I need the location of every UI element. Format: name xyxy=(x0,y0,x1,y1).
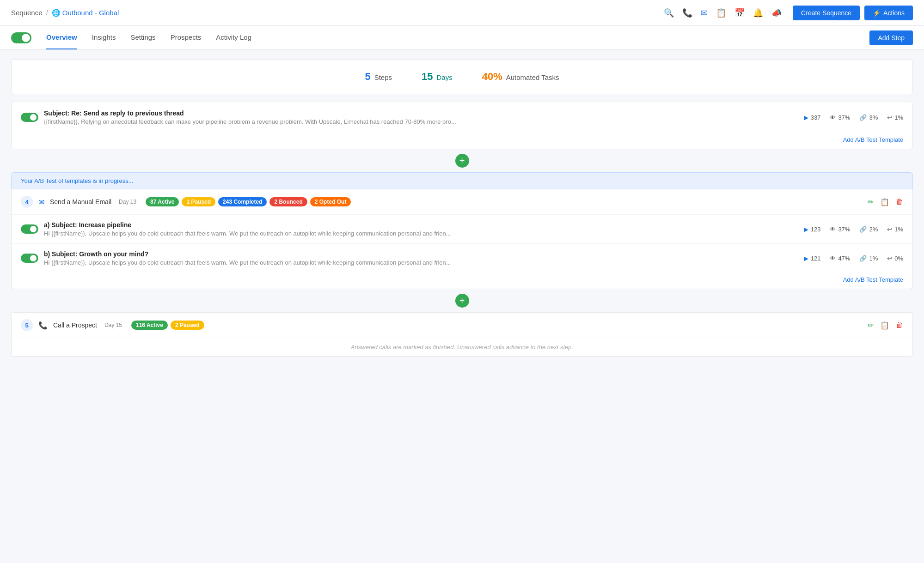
open-icon: 👁 xyxy=(830,114,836,121)
step-4-delete-icon[interactable]: 🗑 xyxy=(896,198,903,206)
step-4b-subject: b) Subject: Growth on your mind? xyxy=(44,250,798,258)
step-4-name: Send a Manual Email xyxy=(50,198,111,206)
sent-icon: ▶ xyxy=(804,114,808,121)
step-1-click: 🔗 3% xyxy=(859,114,878,121)
plus-button-1[interactable]: + xyxy=(455,154,469,168)
tab-overview[interactable]: Overview xyxy=(46,26,77,49)
plus-button-2[interactable]: + xyxy=(455,294,469,308)
globe-icon: 🌐 xyxy=(52,9,61,17)
email-icon[interactable]: ✉ xyxy=(701,8,708,18)
step-5-name: Call a Prospect xyxy=(53,321,97,329)
nav-bar: Overview Insights Settings Prospects Act… xyxy=(0,26,924,50)
click-value: 3% xyxy=(869,114,878,121)
breadcrumb-link[interactable]: 🌐 Outbound - Global xyxy=(52,9,119,17)
tab-activity-log[interactable]: Activity Log xyxy=(216,26,251,49)
step-1-toggle[interactable] xyxy=(21,113,38,122)
tasks-summary: 40% Automated Tasks xyxy=(482,71,559,83)
4a-click: 🔗 2% xyxy=(859,226,878,233)
4a-reply-icon: ↩ xyxy=(887,226,892,233)
step-4-copy-icon[interactable]: 📋 xyxy=(880,198,889,206)
bell-icon[interactable]: 🔔 xyxy=(753,8,763,18)
step-1-reply: ↩ 1% xyxy=(887,114,903,121)
step-4a-stats: ▶ 123 👁 37% 🔗 2% ↩ 1% xyxy=(804,226,903,233)
step-4-day: Day 13 xyxy=(119,199,136,205)
tab-prospects[interactable]: Prospects xyxy=(171,26,202,49)
add-step-button[interactable]: Add Step xyxy=(869,30,913,45)
create-sequence-button[interactable]: Create Sequence xyxy=(793,6,860,20)
sequence-toggle-wrap xyxy=(11,32,31,43)
ab-banner-text: Your A/B Test of templates is in progres… xyxy=(21,177,134,184)
nav-tabs: Overview Insights Settings Prospects Act… xyxy=(11,26,251,49)
open-value: 37% xyxy=(838,114,850,121)
step-4a-toggle[interactable] xyxy=(21,224,38,234)
step-1-open: 👁 37% xyxy=(830,114,850,121)
step-5-header: 5 📞 Call a Prospect Day 15 116 Active 2 … xyxy=(12,313,912,338)
actions-button[interactable]: ⚡ Actions xyxy=(864,6,913,20)
badge-completed: 243 Completed xyxy=(218,197,267,206)
step-5-actions: ✏ 📋 🗑 xyxy=(868,321,903,330)
summary-card: 5 Steps 15 Days 40% Automated Tasks xyxy=(11,59,913,94)
step-4-edit-icon[interactable]: ✏ xyxy=(868,198,874,206)
step-4-header: 4 ✉ Send a Manual Email Day 13 87 Active… xyxy=(12,189,912,215)
step-4b-stats: ▶ 121 👁 47% 🔗 1% ↩ 0% xyxy=(804,255,903,262)
add-ab-test-4[interactable]: Add A/B Test Template xyxy=(12,272,912,289)
tasks-label: Automated Tasks xyxy=(506,73,559,81)
4a-click-icon: 🔗 xyxy=(859,226,867,233)
step-5-card: 5 📞 Call a Prospect Day 15 116 Active 2 … xyxy=(11,312,913,357)
header-buttons: Create Sequence ⚡ Actions xyxy=(793,6,913,20)
4b-open-icon: 👁 xyxy=(830,255,836,262)
step-4-badges: 87 Active 1 Paused 243 Completed 2 Bounc… xyxy=(146,197,351,206)
megaphone-icon[interactable]: 📣 xyxy=(771,8,782,18)
step-4b-toggle[interactable] xyxy=(21,254,38,263)
4a-reply: ↩ 1% xyxy=(887,226,903,233)
step-1-content: Subject: Re: Send as reply to previous t… xyxy=(44,109,798,125)
main-content: 5 Steps 15 Days 40% Automated Tasks Subj… xyxy=(0,50,924,368)
step-5-delete-icon[interactable]: 🗑 xyxy=(896,321,903,330)
add-ab-test-1[interactable]: Add A/B Test Template xyxy=(12,133,912,149)
step-4a-row: a) Subject: Increase pipeline Hi {{first… xyxy=(12,215,912,244)
step-5-copy-icon[interactable]: 📋 xyxy=(880,321,889,330)
4b-sent-icon: ▶ xyxy=(804,255,808,262)
days-summary: 15 Days xyxy=(422,71,453,83)
step-4-num: 4 xyxy=(21,196,33,208)
step-4a-preview: Hi {{firstName}}, Upscale helps you do c… xyxy=(44,230,460,237)
step-4b-preview: Hi {{firstName}}, Upscale helps you do c… xyxy=(44,259,460,266)
calendar-icon[interactable]: 📅 xyxy=(734,8,745,18)
breadcrumb-separator: / xyxy=(46,9,48,17)
step-1-subject: Subject: Re: Send as reply to previous t… xyxy=(44,109,798,117)
steps-summary: 5 Steps xyxy=(365,71,392,83)
4a-open: 👁 37% xyxy=(830,226,850,233)
sequence-toggle[interactable] xyxy=(11,32,31,43)
breadcrumb-sequence: Sequence xyxy=(11,9,43,17)
step-1-row: Subject: Re: Send as reply to previous t… xyxy=(21,109,903,125)
4b-sent: ▶ 121 xyxy=(804,255,821,262)
days-label: Days xyxy=(437,73,453,81)
click-icon: 🔗 xyxy=(859,114,867,121)
breadcrumb: Sequence / 🌐 Outbound - Global xyxy=(11,9,119,17)
step-4a-subject: a) Subject: Increase pipeline xyxy=(44,221,798,229)
4b-reply-icon: ↩ xyxy=(887,255,892,262)
phone-icon-step5: 📞 xyxy=(38,321,48,330)
add-step-between-4-5: + xyxy=(11,294,913,308)
step-5-edit-icon[interactable]: ✏ xyxy=(868,321,874,330)
step-4-actions: ✏ 📋 🗑 xyxy=(868,198,903,206)
steps-label: Steps xyxy=(374,73,392,81)
4a-sent-icon: ▶ xyxy=(804,226,808,233)
reply-icon: ↩ xyxy=(887,114,892,121)
email-icon-step4: ✉ xyxy=(38,198,44,206)
4b-click: 🔗 1% xyxy=(859,255,878,262)
tab-settings[interactable]: Settings xyxy=(130,26,155,49)
header: Sequence / 🌐 Outbound - Global 🔍 📞 ✉ 📋 📅… xyxy=(0,0,924,26)
reply-value: 1% xyxy=(894,114,903,121)
tasks-icon[interactable]: 📋 xyxy=(716,8,726,18)
step-1-card: Subject: Re: Send as reply to previous t… xyxy=(11,102,913,149)
phone-icon[interactable]: 📞 xyxy=(682,8,692,18)
step-4b-row: b) Subject: Growth on your mind? Hi {{fi… xyxy=(12,244,912,272)
header-icons: 🔍 📞 ✉ 📋 📅 🔔 📣 xyxy=(664,8,782,18)
4a-sent: ▶ 123 xyxy=(804,226,821,233)
ab-banner: Your A/B Test of templates is in progres… xyxy=(11,172,913,189)
tab-insights[interactable]: Insights xyxy=(92,26,116,49)
search-icon[interactable]: 🔍 xyxy=(664,8,674,18)
tasks-pct: 40% xyxy=(482,71,502,83)
4a-open-icon: 👁 xyxy=(830,226,836,233)
